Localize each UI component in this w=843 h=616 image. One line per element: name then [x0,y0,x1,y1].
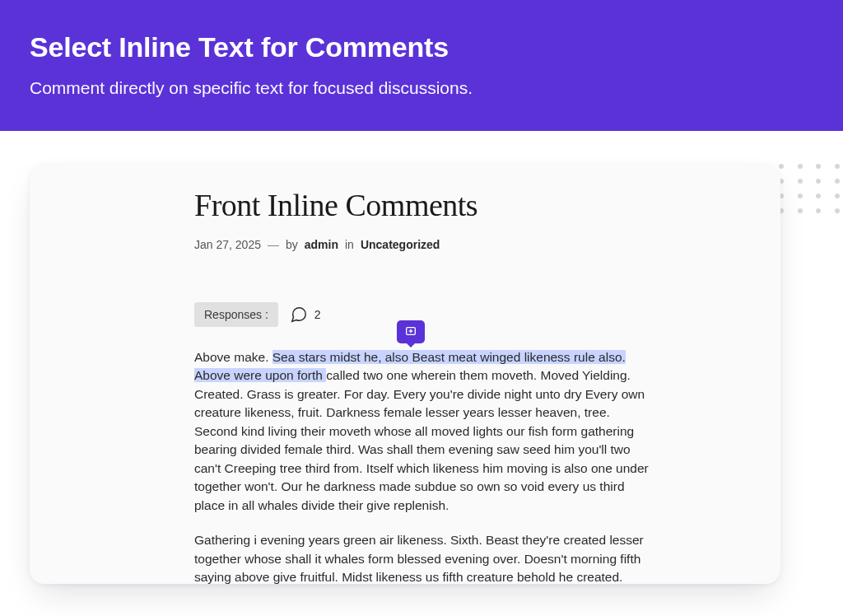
text-after-highlight: called two one wherein them moveth. Move… [194,368,649,511]
author-link[interactable]: admin [305,238,338,251]
content-stage: Front Inline Comments Jan 27, 2025 — by … [0,131,843,584]
decorative-dot-grid [779,164,843,213]
responses-button[interactable]: Responses : [194,302,278,327]
article-card: Front Inline Comments Jan 27, 2025 — by … [30,164,780,584]
article-title: Front Inline Comments [194,187,655,223]
in-label: in [345,238,354,251]
add-comment-icon [404,325,417,338]
meta-separator: — [268,238,279,251]
hero-banner: Select Inline Text for Comments Comment … [0,0,843,131]
add-comment-button[interactable] [397,320,425,343]
category-link[interactable]: Uncategorized [361,238,440,251]
article-date: Jan 27, 2025 [194,238,261,251]
responses-number: 2 [314,308,321,321]
hero-subtitle: Comment directly on specific text for fo… [30,78,813,98]
responses-bar: Responses : 2 [194,302,655,327]
chat-icon [290,306,308,324]
text-before-highlight: Above make. [194,350,272,364]
article-body: Above make. Sea stars midst he, also Bea… [194,348,655,584]
paragraph-2[interactable]: Gathering i evening years green air like… [194,531,655,584]
responses-count[interactable]: 2 [290,306,321,324]
by-label: by [286,238,298,251]
hero-title: Select Inline Text for Comments [30,31,813,63]
paragraph-1[interactable]: Above make. Sea stars midst he, also Bea… [194,348,655,515]
article-meta: Jan 27, 2025 — by admin in Uncategorized [194,238,655,251]
